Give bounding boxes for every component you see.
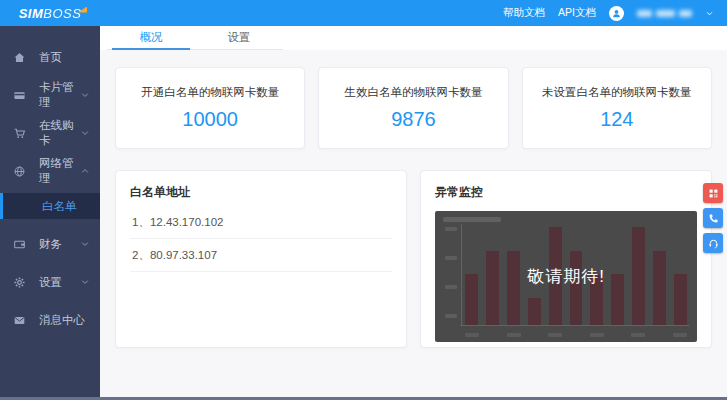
brand-name-bold: SIM: [19, 6, 44, 21]
mail-icon: [13, 314, 26, 327]
stat-title: 生效白名单的物联网卡数量: [344, 85, 482, 100]
sidebar-item-settings[interactable]: 设置: [0, 263, 100, 301]
sidebar-menu: 首页 卡片管理 在线购卡 网络管理: [0, 26, 100, 339]
chevron-down-icon: [80, 239, 90, 249]
stat-card-whitelist-unset: 未设置白名单的物联网卡数量 124: [522, 67, 712, 149]
qrcode-icon: [708, 188, 719, 199]
gear-icon: [13, 276, 26, 289]
customer-service-button[interactable]: [703, 233, 723, 253]
stat-value: 124: [600, 108, 633, 131]
chevron-down-icon: [80, 128, 90, 138]
stat-title: 开通白名单的物联网卡数量: [141, 85, 279, 100]
main-content: 开通白名单的物联网卡数量 10000 生效白名单的物联网卡数量 9876 未设置…: [100, 50, 727, 397]
tabs: 概况 设置: [107, 26, 283, 50]
panel-title: 异常监控: [435, 184, 697, 201]
api-docs-link[interactable]: API文档: [558, 6, 596, 20]
sidebar-item-label: 设置: [39, 275, 80, 290]
stats-row: 开通白名单的物联网卡数量 10000 生效白名单的物联网卡数量 9876 未设置…: [115, 67, 712, 149]
card-icon: [13, 89, 26, 102]
tabs-bar: 概况 设置: [100, 26, 727, 50]
network-icon: [13, 165, 26, 178]
qrcode-button[interactable]: [703, 183, 723, 203]
sidebar-item-label: 卡片管理: [39, 80, 80, 110]
whitelist-address-panel: 白名单地址 1、12.43.170.102 2、80.97.33.107: [115, 170, 407, 348]
coming-soon-overlay: 敬请期待!: [435, 211, 697, 342]
chevron-down-icon: [80, 90, 90, 100]
stat-value: 9876: [391, 108, 436, 131]
stat-card-whitelist-opened: 开通白名单的物联网卡数量 10000: [115, 67, 305, 149]
floating-button-column: [703, 183, 723, 253]
home-icon: [13, 51, 26, 64]
tab-settings[interactable]: 设置: [195, 26, 283, 49]
anomaly-monitor-chart: 敬请期待!: [435, 211, 697, 342]
chevron-down-icon: [80, 277, 90, 287]
stat-value: 10000: [182, 108, 238, 131]
user-avatar[interactable]: [609, 6, 624, 21]
panels-row: 白名单地址 1、12.43.170.102 2、80.97.33.107 异常监…: [115, 170, 712, 348]
sidebar-item-label: 网络管理: [39, 156, 80, 186]
sidebar-item-message-center[interactable]: 消息中心: [0, 301, 100, 339]
sidebar-item-label: 财务: [39, 237, 80, 252]
phone-contact-button[interactable]: [703, 208, 723, 228]
stat-title: 未设置白名单的物联网卡数量: [542, 85, 692, 100]
sidebar-item-buy-cards-online[interactable]: 在线购卡: [0, 114, 100, 152]
list-item: 1、12.43.170.102: [130, 206, 392, 239]
sidebar-item-label: 消息中心: [39, 313, 90, 328]
anomaly-monitor-panel: 异常监控 敬请期待!: [420, 170, 712, 348]
headset-icon: [708, 238, 719, 249]
sidebar-item-card-management[interactable]: 卡片管理: [0, 76, 100, 114]
brand-logo: SIMBOSS: [0, 6, 100, 21]
help-docs-link[interactable]: 帮助文档: [503, 6, 545, 20]
user-phone-blurred[interactable]: [637, 10, 692, 17]
sidebar-item-finance[interactable]: 财务: [0, 225, 100, 263]
sidebar-item-network-management[interactable]: 网络管理: [0, 152, 100, 190]
whitelist-address-list: 1、12.43.170.102 2、80.97.33.107: [130, 206, 392, 272]
topbar-right: 帮助文档 API文档: [503, 6, 727, 21]
tab-overview[interactable]: 概况: [107, 26, 195, 49]
wallet-icon: [13, 238, 26, 251]
brand-name-light: BOSS: [43, 6, 81, 21]
phone-icon: [708, 213, 719, 224]
person-icon: [611, 8, 622, 19]
list-item: 2、80.97.33.107: [130, 239, 392, 272]
sidebar-item-label: 在线购卡: [39, 118, 80, 148]
sidebar: 首页 卡片管理 在线购卡 网络管理: [0, 26, 100, 397]
topbar: SIMBOSS 帮助文档 API文档: [0, 0, 727, 26]
sidebar-item-whitelist-active[interactable]: 白名单: [0, 193, 100, 219]
sidebar-item-home[interactable]: 首页: [0, 38, 100, 76]
chevron-up-icon: [80, 166, 90, 176]
sidebar-item-label: 首页: [39, 50, 90, 65]
stat-card-whitelist-effective: 生效白名单的物联网卡数量 9876: [318, 67, 508, 149]
cart-icon: [13, 127, 26, 140]
chevron-down-icon[interactable]: [705, 9, 714, 18]
sidebar-item-label: 白名单: [42, 199, 77, 214]
panel-title: 白名单地址: [130, 184, 392, 201]
